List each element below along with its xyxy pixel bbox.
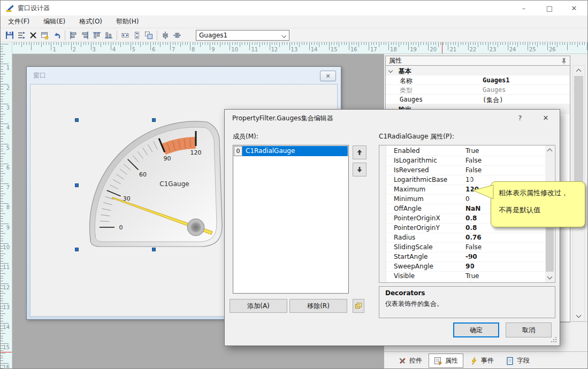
scroll-down-icon[interactable]	[576, 313, 582, 318]
minimize-button[interactable]: –	[511, 1, 536, 16]
tab-order-button[interactable]	[16, 29, 27, 41]
align-lefts-button[interactable]	[67, 29, 79, 41]
ruler-tick	[1, 181, 3, 181]
property-value[interactable]: (集合)	[483, 96, 503, 105]
ruler-tick	[1, 353, 5, 353]
ruler-tick	[1, 338, 3, 339]
object-selector-combobox[interactable]: Guages1	[196, 30, 289, 41]
property-row-SlidingScale[interactable]: SlidingScaleFalse	[386, 243, 546, 252]
selection-handle[interactable]	[152, 248, 156, 251]
move-up-button[interactable]	[353, 145, 366, 159]
radial-gauge-control[interactable]: 0306090120C1Gauge	[80, 119, 230, 252]
toolbar-separator	[65, 30, 65, 40]
ruler-tick	[1, 261, 3, 262]
property-row-IsReversed[interactable]: IsReversedFalse	[386, 166, 546, 175]
align-bottoms-button[interactable]	[103, 29, 114, 41]
property-value[interactable]: False	[465, 166, 482, 174]
property-value[interactable]: NaN	[465, 205, 480, 212]
property-value[interactable]: 10	[465, 176, 474, 183]
property-row-Enabled[interactable]: EnabledTrue	[386, 147, 546, 156]
ruler-tick	[584, 42, 585, 45]
new-window-button[interactable]	[39, 29, 51, 41]
same-width-button[interactable]	[119, 29, 131, 41]
property-value[interactable]: 0.8	[465, 224, 477, 232]
scroll-up-icon[interactable]	[547, 149, 553, 154]
scroll-down-icon[interactable]	[547, 274, 553, 280]
maximize-button[interactable]: □	[537, 1, 562, 16]
ruler-tick	[272, 42, 272, 45]
property-value[interactable]: -90	[465, 253, 477, 260]
tab-字段[interactable]: 字段	[500, 353, 535, 368]
save-button[interactable]	[4, 29, 16, 41]
tab-控件[interactable]: 控件	[393, 353, 427, 368]
members-listbox[interactable]: 0 C1RadialGauge	[233, 145, 349, 294]
scrollbar-thumb[interactable]	[546, 228, 554, 272]
ruler-tick	[150, 42, 151, 50]
property-value[interactable]: False	[465, 157, 482, 164]
property-pages-button[interactable]	[353, 299, 364, 313]
ruler-tick	[93, 42, 94, 45]
scroll-up-icon[interactable]	[576, 69, 582, 74]
close-button[interactable]: ✕	[562, 1, 586, 16]
selection-handle[interactable]	[75, 118, 79, 122]
menu-item-2[interactable]: 编辑(E)	[37, 16, 72, 28]
property-row-Visible[interactable]: VisibleTrue	[386, 272, 546, 281]
ok-button[interactable]: 确定	[453, 322, 499, 337]
add-button[interactable]: 添加(A)	[230, 299, 287, 313]
property-value[interactable]: False	[465, 243, 482, 251]
property-row-SweepAngle[interactable]: SweepAngle90	[386, 262, 546, 272]
dialog-resize-grip[interactable]	[551, 337, 558, 343]
tab-label: 字段	[517, 356, 530, 365]
selection-handle[interactable]	[152, 118, 156, 122]
ruler-tick	[498, 42, 498, 47]
undo-button[interactable]	[51, 29, 63, 41]
selection-handle[interactable]	[75, 183, 79, 187]
property-value[interactable]: Guages1	[483, 76, 510, 84]
ruler-tick	[225, 42, 225, 45]
panel-category-基本[interactable]: 基本	[386, 66, 570, 75]
align-tops-button[interactable]	[91, 29, 103, 41]
ruler-tick	[525, 42, 525, 45]
dialog-close-button[interactable]: ✕	[535, 110, 556, 126]
tab-属性[interactable]: 属性	[429, 353, 463, 368]
property-value[interactable]: Gauges	[483, 86, 506, 94]
property-row-IsLogarithmic[interactable]: IsLogarithmicFalse	[386, 156, 546, 166]
form-close-button[interactable]: ✕	[320, 71, 336, 81]
ruler-tick	[39, 42, 39, 45]
dialog-help-button[interactable]: ?	[509, 110, 531, 126]
ruler-tick	[1, 111, 3, 112]
member-list-item[interactable]: 0 C1RadialGauge	[234, 146, 348, 156]
menu-item-3[interactable]: 格式(O)	[73, 16, 109, 28]
property-value[interactable]: 0	[465, 195, 470, 203]
property-row-Radius[interactable]: Radius0.76	[386, 233, 546, 243]
move-down-button[interactable]	[353, 163, 366, 176]
selection-handle[interactable]	[75, 248, 79, 251]
property-value[interactable]: 0.8	[465, 214, 477, 222]
panel-row-类型[interactable]: 类型Gauges	[386, 85, 570, 95]
property-value[interactable]: True	[465, 147, 479, 155]
gauge-tick-label: 90	[163, 155, 171, 162]
ruler-tick	[386, 42, 386, 45]
same-size-button[interactable]	[143, 29, 155, 41]
remove-button[interactable]: 移除(R)	[289, 299, 347, 313]
ruler-tick	[294, 42, 295, 45]
pin-icon[interactable]	[560, 57, 568, 65]
chevron-down-icon[interactable]	[388, 68, 393, 73]
ruler-number: 8	[192, 47, 195, 52]
horizontal-spacing-button[interactable]	[171, 29, 183, 41]
align-rights-button[interactable]	[79, 29, 91, 41]
same-height-button[interactable]	[131, 29, 143, 41]
panel-row-Gauges[interactable]: Gauges(集合)	[386, 95, 570, 104]
ruler-tick	[1, 188, 3, 189]
cancel-button[interactable]: 取消	[506, 322, 552, 337]
property-value[interactable]: 0.76	[465, 234, 482, 241]
tab-事件[interactable]: 事件	[464, 353, 499, 368]
panel-row-名称[interactable]: 名称Guages1	[386, 75, 570, 85]
menu-item-1[interactable]: 文件(F)	[2, 16, 36, 28]
vertical-spacing-button[interactable]	[159, 29, 171, 41]
property-row-StartAngle[interactable]: StartAngle-90	[386, 252, 546, 262]
ruler-tick	[259, 42, 260, 47]
menu-item-4[interactable]: 帮助(H)	[110, 16, 145, 28]
property-value[interactable]: True	[465, 272, 479, 280]
delete-button[interactable]	[27, 29, 39, 41]
